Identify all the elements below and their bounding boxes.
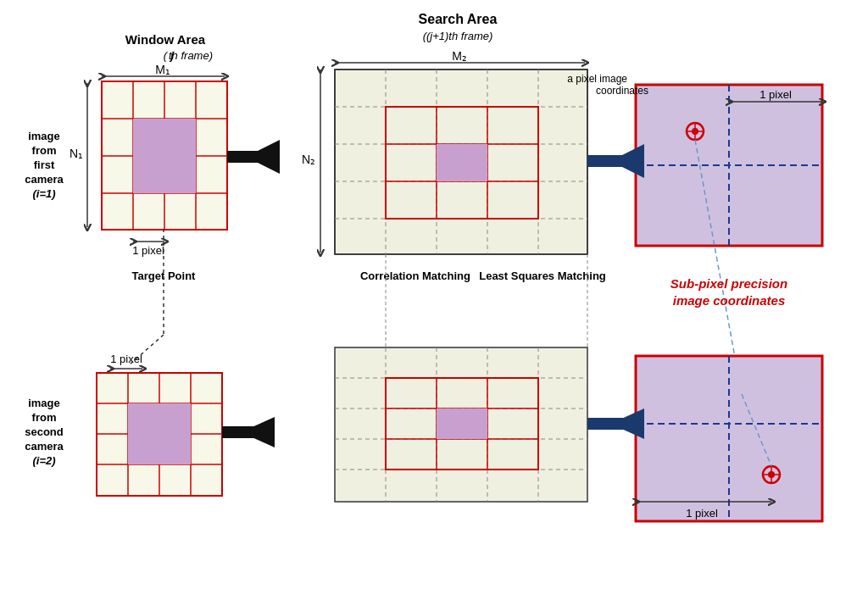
- svg-text:1 pixel: 1 pixel: [686, 507, 718, 520]
- svg-rect-40: [636, 85, 822, 246]
- svg-marker-69: [610, 144, 644, 178]
- svg-text:coordinates: coordinates: [596, 85, 648, 97]
- svg-rect-14: [102, 81, 227, 230]
- svg-rect-99: [437, 408, 487, 439]
- svg-text:j: j: [169, 49, 174, 62]
- diagram: Window Area ( j th frame) Search Area ((…: [0, 0, 868, 589]
- svg-rect-94: [386, 378, 538, 470]
- svg-rect-82: [128, 403, 191, 464]
- svg-text:1 pixel: 1 pixel: [132, 244, 164, 257]
- svg-rect-39: [437, 144, 487, 181]
- svg-rect-111: [222, 426, 275, 438]
- svg-text:(i=2): (i=2): [32, 454, 55, 467]
- svg-text:((j+1)th frame): ((j+1)th frame): [423, 30, 493, 42]
- svg-line-72: [130, 335, 164, 364]
- svg-text:camera: camera: [25, 440, 64, 453]
- svg-text:Target Point: Target Point: [132, 269, 197, 282]
- svg-rect-113: [587, 418, 644, 430]
- svg-text:Sub-pixel precision: Sub-pixel precision: [670, 276, 787, 291]
- svg-text:th frame): th frame): [169, 49, 213, 62]
- svg-text:Window Area: Window Area: [125, 32, 206, 47]
- svg-text:N₁: N₁: [70, 147, 83, 160]
- diagram-svg: Window Area ( j th frame) Search Area ((…: [0, 0, 868, 589]
- svg-point-104: [768, 471, 775, 478]
- svg-line-109: [742, 394, 771, 466]
- svg-rect-75: [97, 373, 222, 496]
- svg-text:(i=1): (i=1): [32, 187, 55, 200]
- svg-rect-68: [227, 151, 280, 163]
- svg-text:image: image: [28, 397, 60, 409]
- svg-rect-85: [335, 347, 587, 502]
- svg-text:second: second: [25, 425, 64, 438]
- svg-text:Search Area: Search Area: [419, 12, 498, 26]
- svg-text:camera: camera: [25, 173, 64, 186]
- svg-text:1 pixel: 1 pixel: [760, 88, 792, 101]
- svg-text:image: image: [28, 130, 60, 142]
- svg-text:image coordinates: image coordinates: [673, 293, 786, 308]
- svg-line-51: [695, 140, 742, 394]
- svg-text:Correlation Matching: Correlation Matching: [360, 269, 470, 282]
- svg-point-103: [763, 466, 780, 483]
- svg-rect-70: [587, 155, 644, 167]
- svg-text:Least Squares Matching: Least Squares Matching: [479, 269, 606, 282]
- svg-point-43: [687, 123, 704, 140]
- svg-marker-110: [241, 417, 275, 447]
- svg-text:N₂: N₂: [302, 153, 315, 166]
- svg-marker-67: [246, 140, 280, 174]
- svg-point-44: [692, 128, 698, 135]
- svg-text:from: from: [32, 144, 57, 157]
- svg-text:a pixel image: a pixel image: [567, 73, 627, 85]
- svg-text:M₁: M₁: [155, 63, 170, 76]
- svg-rect-21: [133, 119, 196, 193]
- svg-marker-112: [610, 408, 644, 439]
- svg-text:1 pixel: 1 pixel: [110, 353, 142, 365]
- svg-text:M₂: M₂: [452, 49, 467, 63]
- svg-rect-24: [335, 69, 587, 254]
- svg-text:first: first: [34, 158, 55, 171]
- svg-rect-100: [636, 356, 822, 521]
- svg-rect-25: [335, 69, 587, 254]
- svg-text:from: from: [32, 411, 57, 424]
- svg-text:(: (: [164, 49, 169, 62]
- svg-rect-34: [386, 107, 538, 219]
